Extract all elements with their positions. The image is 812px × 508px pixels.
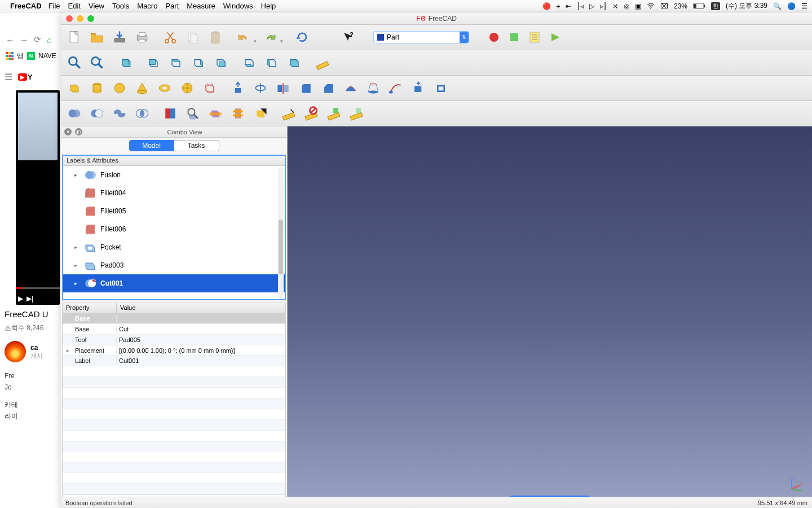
menu-tools[interactable]: Tools: [112, 2, 129, 10]
tree-scrollbar[interactable]: [278, 167, 284, 298]
prop-value[interactable]: Cut001: [117, 357, 285, 364]
compound-button[interactable]: [64, 103, 85, 124]
model-tree[interactable]: Labels & Attributes ▸ Fusion Fillet004: [62, 155, 286, 300]
primitives-button[interactable]: [177, 78, 197, 98]
top-view-button[interactable]: [166, 52, 186, 73]
measure-linear-button[interactable]: [279, 103, 299, 124]
paste-button[interactable]: [205, 27, 226, 47]
workbench-dropdown-icon[interactable]: ⇅: [460, 32, 469, 43]
shapebuilder-button[interactable]: [200, 78, 220, 98]
bottom-view-button[interactable]: [239, 52, 259, 73]
menu-macro[interactable]: Macro: [137, 2, 157, 10]
undo-button[interactable]: [233, 27, 254, 47]
measure-clear-button[interactable]: [301, 103, 321, 124]
nav-fwd-icon[interactable]: →: [20, 35, 28, 45]
join-connect-button[interactable]: [160, 103, 180, 124]
torus-button[interactable]: [155, 78, 175, 98]
freecad-titlebar[interactable]: F⚙ FreeCAD: [61, 12, 812, 25]
measure-button[interactable]: [312, 52, 333, 73]
bookmark-naver-label[interactable]: NAVE: [38, 52, 56, 60]
cross-sections-button[interactable]: [228, 103, 248, 124]
bool-common-button[interactable]: [132, 103, 152, 124]
menu-help[interactable]: Help: [261, 2, 276, 10]
save-doc-button[interactable]: [109, 27, 130, 47]
yt-next-icon[interactable]: ▶|: [27, 295, 33, 303]
expand-icon[interactable]: ▸: [74, 262, 80, 268]
expand-icon[interactable]: ▸: [63, 348, 73, 353]
status-notif-icon[interactable]: 🔴: [542, 2, 551, 10]
yt-hamburger-icon[interactable]: ☰: [5, 72, 12, 82]
prop-value[interactable]: [(0.00 0.00 1.00); 0 °; (0 mm 0 mm 0 mm)…: [117, 347, 285, 354]
open-doc-button[interactable]: [87, 27, 107, 47]
offset-button[interactable]: [408, 78, 429, 98]
nav-back-icon[interactable]: ←: [6, 35, 14, 45]
tree-node-cut001[interactable]: ▸ Cut001: [63, 274, 285, 292]
status-menu-icon[interactable]: ☰: [801, 2, 807, 10]
bool-union-button[interactable]: [109, 103, 130, 124]
yt-channel-name[interactable]: ca: [30, 344, 43, 352]
extrude-button[interactable]: [228, 78, 248, 98]
fillet-button[interactable]: [295, 78, 316, 98]
status-shuffle-icon[interactable]: ⤨: [612, 2, 618, 10]
naver-favicon[interactable]: N: [27, 52, 35, 60]
chamfer-button[interactable]: [318, 78, 338, 98]
whatsthis-button[interactable]: ?: [339, 28, 358, 46]
left-view-button[interactable]: [262, 52, 282, 73]
status-cc-icon[interactable]: ◎: [624, 2, 629, 10]
fit-selection-button[interactable]: [87, 52, 107, 73]
status-siri-icon[interactable]: 🔵: [787, 2, 796, 10]
status-play-icon[interactable]: ▷: [589, 2, 594, 10]
cone-button[interactable]: [132, 78, 152, 98]
status-wifi-icon[interactable]: [647, 3, 655, 10]
workbench-selector[interactable]: Part ⇅: [373, 31, 469, 43]
expand-icon[interactable]: ▸: [74, 281, 80, 286]
tree-node-pocket[interactable]: ▸ Pocket: [63, 238, 285, 256]
redo-dropdown-icon[interactable]: ▾: [280, 38, 283, 47]
rear-view-button[interactable]: [211, 52, 231, 73]
cylinder-button[interactable]: [87, 78, 107, 98]
combo-close-icon[interactable]: ✕: [64, 128, 72, 135]
tree-node-fusion[interactable]: ▸ Fusion: [63, 166, 285, 184]
copy-button[interactable]: [183, 27, 203, 47]
compound-filter-button[interactable]: [250, 103, 271, 124]
menu-measure[interactable]: Measure: [187, 2, 215, 10]
nav-home-icon[interactable]: ⌂: [47, 35, 52, 45]
status-airplay-icon[interactable]: ⌧: [660, 2, 668, 10]
bool-cut-button[interactable]: [87, 103, 107, 124]
tab-model[interactable]: Model: [129, 140, 174, 151]
iso-view-button[interactable]: [284, 52, 304, 73]
status-prev-icon[interactable]: ⇤: [566, 2, 571, 10]
menu-view[interactable]: View: [89, 2, 104, 10]
combo-undock-icon[interactable]: ◧: [75, 128, 82, 135]
loft-button[interactable]: [363, 78, 383, 98]
status-skip-fwd-icon[interactable]: ▹⎮: [600, 2, 607, 10]
tab-tasks[interactable]: Tasks: [174, 140, 219, 151]
3d-viewport[interactable]: ✕ ⚙ Unnamed : 1* z y x: [288, 126, 812, 508]
revolve-button[interactable]: [250, 78, 271, 98]
tree-node-fillet005[interactable]: Fillet005: [63, 202, 285, 220]
status-input-icon[interactable]: ᚐ: [557, 2, 560, 10]
thickness-button[interactable]: [431, 78, 451, 98]
right-view-button[interactable]: [188, 52, 209, 73]
prop-value[interactable]: Cut: [117, 326, 285, 332]
measure-toggle-button[interactable]: [324, 103, 344, 124]
new-doc-button[interactable]: [64, 27, 85, 47]
tree-node-pad003[interactable]: ▸ Pad003: [63, 256, 285, 274]
measure-toggle2-button[interactable]: [346, 103, 367, 124]
macro-list-button[interactable]: [526, 28, 544, 46]
sweep-button[interactable]: [386, 78, 406, 98]
menu-part[interactable]: Part: [165, 2, 179, 10]
yt-video-player[interactable]: ▶▶|: [16, 90, 60, 305]
status-display-icon[interactable]: ▣: [635, 2, 641, 10]
front-view-button[interactable]: [143, 52, 164, 73]
appname-label[interactable]: FreeCAD: [10, 2, 42, 10]
menu-windows[interactable]: Windows: [223, 2, 253, 10]
status-battery-icon[interactable]: [693, 3, 705, 9]
nav-reload-icon[interactable]: ⟳: [34, 34, 41, 45]
cut-button[interactable]: [160, 27, 180, 47]
bookmark-apps-label[interactable]: 앱: [17, 51, 24, 61]
status-skip-back-icon[interactable]: ⎮◃: [577, 2, 584, 10]
expand-icon[interactable]: ▸: [74, 172, 80, 178]
menu-file[interactable]: File: [48, 2, 60, 10]
tree-node-fillet004[interactable]: Fillet004: [63, 184, 285, 202]
